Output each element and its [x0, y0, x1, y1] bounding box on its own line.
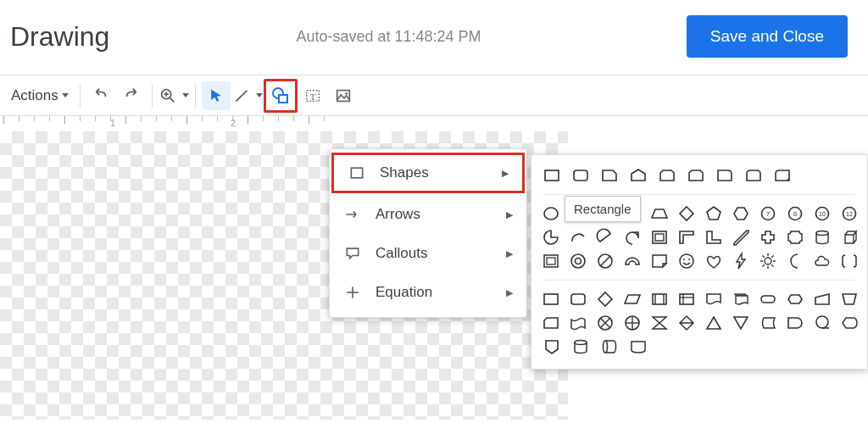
shape-tool[interactable] [266, 81, 295, 110]
shape-flowchart-display[interactable] [840, 313, 859, 333]
chevron-right-icon: ▶ [506, 209, 513, 220]
svg-rect-14 [545, 170, 559, 181]
actions-menu[interactable]: Actions [6, 81, 74, 110]
shape-flowchart-delay[interactable] [786, 313, 804, 333]
shape-round-one[interactable] [715, 165, 735, 186]
select-tool[interactable] [202, 81, 231, 110]
shape-flowchart-internal[interactable] [677, 289, 696, 309]
shape-flowchart-terminator[interactable] [759, 289, 777, 309]
shape-arc[interactable] [569, 227, 587, 248]
shape-flowchart-predefined[interactable] [650, 289, 669, 309]
shape-flowchart-manual-op[interactable] [840, 289, 859, 309]
shape-flowchart-alternate[interactable] [569, 289, 587, 309]
ruler-mark: 2 [231, 118, 236, 128]
shape-flowchart-magnetic-disk[interactable] [570, 337, 591, 357]
shape-flowchart-preparation[interactable] [786, 289, 804, 309]
shape-flowchart-stored[interactable] [759, 313, 777, 333]
shape-diagonal-stripe[interactable] [732, 227, 750, 248]
palette-row [531, 287, 867, 311]
save-and-close-button[interactable]: Save and Close [687, 15, 848, 58]
shape-flowchart-or[interactable] [623, 313, 642, 333]
shape-sun[interactable] [759, 251, 777, 271]
shape-double-bracket[interactable] [840, 251, 859, 271]
shape-bevel[interactable] [542, 251, 560, 271]
shape-lightning[interactable] [732, 251, 750, 271]
shape-flowchart-card[interactable] [542, 313, 560, 333]
cursor-icon [208, 87, 225, 104]
shape-frame[interactable] [650, 227, 669, 248]
shape-oval[interactable] [542, 203, 560, 224]
shape-flowchart-offpage[interactable] [542, 337, 562, 357]
shape-flowchart-connector[interactable] [628, 337, 648, 357]
shape-folded-corner[interactable] [650, 251, 669, 271]
menu-item-shapes[interactable]: Shapes ▶ [334, 155, 522, 191]
shape-cube[interactable] [840, 227, 859, 248]
shape-flowchart-data[interactable] [623, 289, 642, 309]
svg-point-30 [571, 254, 585, 268]
shape-no-symbol[interactable] [596, 251, 615, 271]
shape-decagon[interactable]: 10 [813, 203, 832, 224]
shape-flowchart-direct-access[interactable] [599, 337, 620, 357]
shape-cloud[interactable] [813, 251, 832, 271]
shape-octagon[interactable]: 8 [786, 203, 804, 224]
shape-chord[interactable] [596, 227, 615, 248]
shape-heptagon[interactable]: 7 [759, 203, 777, 224]
shape-round-rectangle[interactable] [570, 165, 591, 186]
shape-l-shape[interactable] [704, 227, 723, 248]
shape-pentagon[interactable] [704, 203, 723, 224]
textbox-tool[interactable]: T [298, 81, 327, 110]
shape-snip-two[interactable] [657, 165, 677, 186]
palette-divider [543, 194, 855, 195]
shape-teardrop[interactable] [623, 227, 642, 248]
shape-diamond[interactable] [677, 203, 696, 224]
shape-moon[interactable] [786, 251, 804, 271]
redo-button[interactable] [117, 81, 146, 110]
shape-flowchart-manual-input[interactable] [813, 289, 832, 309]
zoom-button[interactable] [159, 81, 189, 110]
shape-flowchart-seq-access[interactable] [813, 313, 832, 333]
shape-round-diag[interactable] [772, 165, 793, 186]
image-tool[interactable] [329, 81, 358, 110]
shape-snip-corner[interactable] [599, 165, 620, 186]
shape-rectangle[interactable] [542, 165, 562, 186]
chevron-right-icon: ▶ [502, 168, 509, 179]
shape-flowchart-document[interactable] [704, 289, 723, 309]
shape-flowchart-summing[interactable] [596, 313, 615, 333]
shape-flowchart-multidoc[interactable] [732, 289, 750, 309]
shape-pentagon-home[interactable] [628, 165, 648, 186]
shape-trapezoid[interactable] [650, 203, 669, 224]
shape-snip-same[interactable] [686, 165, 706, 186]
shape-flowchart-process[interactable] [542, 289, 560, 309]
menu-item-arrows[interactable]: Arrows ▶ [330, 195, 526, 234]
shape-flowchart-sort[interactable] [677, 313, 696, 333]
shape-donut[interactable] [569, 251, 587, 271]
svg-point-63 [575, 341, 587, 345]
menu-item-equation[interactable]: Equation ▶ [330, 273, 526, 312]
svg-point-35 [683, 259, 685, 260]
undo-button[interactable] [86, 81, 115, 110]
shape-cross[interactable] [759, 227, 777, 248]
toolbar-separator [195, 84, 196, 108]
shapes-palette: 7 8 10 12 [531, 154, 868, 370]
shape-flowchart-extract[interactable] [704, 313, 723, 333]
svg-text:T: T [309, 91, 315, 101]
shape-plaque[interactable] [786, 227, 804, 248]
shape-flowchart-merge[interactable] [732, 313, 750, 333]
shape-round-two[interactable] [743, 165, 764, 186]
shape-hexagon[interactable] [732, 203, 750, 224]
svg-text:8: 8 [793, 210, 798, 218]
shape-flowchart-collate[interactable] [650, 313, 669, 333]
shape-half-frame[interactable] [677, 227, 696, 248]
shape-heart[interactable] [704, 251, 723, 271]
shape-dodecagon[interactable]: 12 [840, 203, 859, 224]
shape-smiley[interactable] [677, 251, 696, 271]
menu-item-callouts[interactable]: Callouts ▶ [330, 234, 526, 273]
shape-pie[interactable] [542, 227, 560, 248]
shape-can[interactable] [813, 227, 832, 248]
line-tool[interactable] [232, 81, 263, 110]
shape-flowchart-punched[interactable] [569, 313, 587, 333]
svg-line-45 [771, 256, 773, 258]
shape-block-arc[interactable] [623, 251, 642, 271]
shape-flowchart-decision[interactable] [596, 289, 615, 309]
undo-icon [92, 86, 110, 105]
